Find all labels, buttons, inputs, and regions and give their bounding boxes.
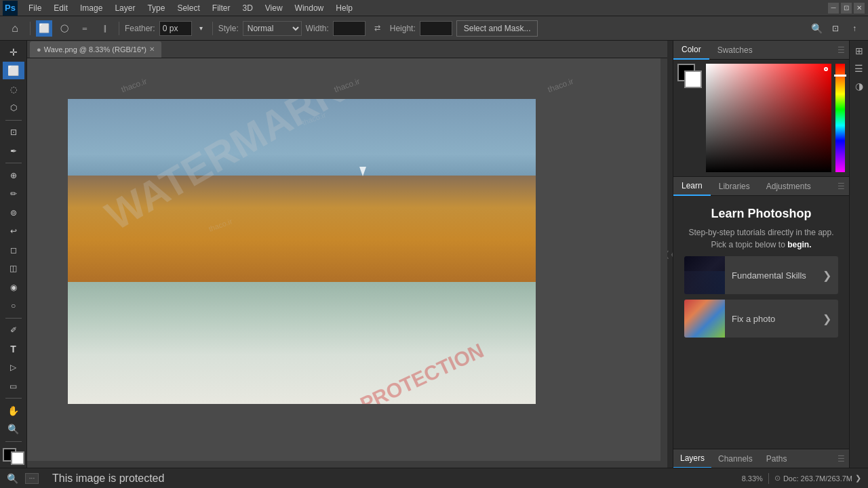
tab-learn[interactable]: Learn xyxy=(673,177,711,196)
blur-tool[interactable]: ◉ xyxy=(3,279,24,296)
canvas-scrollbar-horizontal[interactable] xyxy=(27,461,660,468)
tab-adjustments[interactable]: Adjustments xyxy=(758,177,819,196)
properties-icon-btn[interactable]: ☰ xyxy=(852,61,867,76)
learn-card-fixphoto[interactable]: Fix a photo ❯ xyxy=(684,300,838,338)
maximize-button[interactable]: ⊡ xyxy=(841,3,852,14)
menu-edit[interactable]: Edit xyxy=(48,1,73,16)
document-size: ⊙ Doc: 263.7M/263.7M ❯ xyxy=(774,474,861,483)
healing-tool[interactable]: ⊕ xyxy=(3,167,24,184)
menu-image[interactable]: Image xyxy=(75,1,108,16)
single-row-tool[interactable]: ═ xyxy=(77,20,93,37)
width-input[interactable] xyxy=(333,21,366,36)
lasso-tool[interactable]: ◌ xyxy=(3,81,24,98)
shape-tool[interactable]: ▭ xyxy=(3,378,24,394)
marquee-rect-tool[interactable]: ⬜ xyxy=(36,20,52,37)
tab-close-button[interactable]: ✕ xyxy=(149,45,155,53)
status-bar: 🔍 ··· This image is protected 8.33% ⊙ Do… xyxy=(0,468,868,488)
brush-tool[interactable]: ✏ xyxy=(3,186,24,203)
right-panel: Color Swatches ☰ xyxy=(673,41,849,468)
tab-channels[interactable]: Channels xyxy=(711,449,760,468)
zoom-tool[interactable]: 🔍 xyxy=(3,421,24,438)
menu-filter[interactable]: Filter xyxy=(207,1,236,16)
select-mask-button[interactable]: Select and Mask... xyxy=(456,20,538,37)
hue-slider[interactable] xyxy=(835,64,845,172)
quick-select-tool[interactable]: ⬡ xyxy=(3,99,24,116)
marquee-ellipse-tool[interactable]: ◯ xyxy=(56,20,73,37)
learn-panel-menu[interactable]: ☰ xyxy=(837,177,849,195)
menu-file[interactable]: File xyxy=(23,1,47,16)
learn-title: Learn Photoshop xyxy=(684,207,838,221)
toolbar-separator-3 xyxy=(212,22,213,35)
dodge-tool[interactable]: ○ xyxy=(3,297,24,314)
layers-panel-menu[interactable]: ☰ xyxy=(837,449,849,468)
layers-icon-btn[interactable]: ⊞ xyxy=(852,43,867,58)
single-col-tool[interactable]: ║ xyxy=(97,20,113,37)
style-select[interactable]: Normal Fixed Ratio Fixed Size xyxy=(243,21,302,36)
adjustments-icon-btn[interactable]: ◑ xyxy=(852,79,867,94)
clone-tool[interactable]: ⊚ xyxy=(3,204,24,221)
height-label: Height: xyxy=(390,24,416,33)
pen-tool[interactable]: ✐ xyxy=(3,322,24,339)
color-picker-gradient[interactable] xyxy=(706,64,831,172)
canvas-wrapper[interactable]: thaco.ir thaco.ir thaco.ir WATERMARK tha… xyxy=(27,58,667,468)
swap-dimensions-btn[interactable]: ⇄ xyxy=(370,20,386,37)
menu-help[interactable]: Help xyxy=(330,1,358,16)
menu-window[interactable]: Window xyxy=(290,1,330,16)
history-tool[interactable]: ↩ xyxy=(3,223,24,240)
layers-panel: Layers Channels Paths ☰ xyxy=(673,449,849,468)
canvas-scrollbar-vertical[interactable] xyxy=(660,58,667,468)
menu-view[interactable]: View xyxy=(260,1,288,16)
share-button[interactable]: ↑ xyxy=(846,20,863,37)
feather-input[interactable] xyxy=(159,21,192,36)
feather-arrow[interactable]: ▾ xyxy=(196,20,207,37)
gradient-tool[interactable]: ◫ xyxy=(3,260,24,277)
tool-separator-2 xyxy=(5,163,22,163)
color-picker-indicator xyxy=(824,67,828,71)
text-tool[interactable]: T xyxy=(3,340,24,357)
marquee-tool[interactable]: ⬜ xyxy=(3,62,24,79)
tool-separator-4 xyxy=(5,398,22,399)
tab-libraries[interactable]: Libraries xyxy=(711,177,758,196)
color-gradient-field[interactable] xyxy=(706,64,831,172)
eyedropper-tool[interactable]: ✒ xyxy=(3,142,24,159)
height-input[interactable] xyxy=(420,21,452,36)
minimize-button[interactable]: ─ xyxy=(828,3,839,14)
eraser-tool[interactable]: ◻ xyxy=(3,241,24,258)
color-panel-menu[interactable]: ☰ xyxy=(837,41,849,59)
color-panel: Color Swatches ☰ xyxy=(673,41,849,177)
hand-tool[interactable]: ✋ xyxy=(3,402,24,419)
learn-panel-content: Learn Photoshop Step-by-step tutorials d… xyxy=(673,196,849,449)
fg-bg-color-selector xyxy=(677,64,702,88)
tab-label: Wave.png @ 8.33% (RGB/16*) xyxy=(44,45,146,54)
menu-type[interactable]: Type xyxy=(142,1,170,16)
document-tab[interactable]: ● Wave.png @ 8.33% (RGB/16*) ✕ xyxy=(30,41,161,58)
menu-3d[interactable]: 3D xyxy=(237,1,258,16)
right-icon-strip: ⊞ ☰ ◑ xyxy=(849,41,868,468)
background-color-swatch[interactable] xyxy=(684,70,702,88)
crop-tool[interactable]: ⊡ xyxy=(3,124,24,141)
protected-message: This image is protected xyxy=(52,472,164,485)
move-tool[interactable]: ✛ xyxy=(3,43,24,60)
home-button[interactable]: ⌂ xyxy=(5,19,24,38)
feather-label: Feather: xyxy=(125,24,155,33)
style-label: Style: xyxy=(218,24,239,33)
menu-layer[interactable]: Layer xyxy=(109,1,140,16)
panel-collapse-handle[interactable]: ❮❮ xyxy=(667,41,673,468)
search-button[interactable]: 🔍 xyxy=(808,20,825,37)
ps-logo: Ps xyxy=(3,1,18,16)
more-button[interactable]: ··· xyxy=(25,473,39,484)
menu-select[interactable]: Select xyxy=(172,1,205,16)
path-select-tool[interactable]: ▷ xyxy=(3,359,24,375)
close-button[interactable]: ✕ xyxy=(854,3,865,14)
tool-separator-1 xyxy=(5,120,22,121)
tab-paths[interactable]: Paths xyxy=(760,449,794,468)
search-icon[interactable]: 🔍 xyxy=(7,473,18,484)
tab-color[interactable]: Color xyxy=(673,41,709,60)
water-layer xyxy=(68,282,536,404)
card-thumbnail-fixphoto xyxy=(684,300,725,338)
tab-layers[interactable]: Layers xyxy=(673,449,711,468)
background-color[interactable] xyxy=(11,451,24,465)
tab-swatches[interactable]: Swatches xyxy=(709,41,761,60)
learn-card-fundamental[interactable]: Fundamental Skills ❯ xyxy=(684,256,838,294)
arrange-button[interactable]: ⊡ xyxy=(827,20,844,37)
